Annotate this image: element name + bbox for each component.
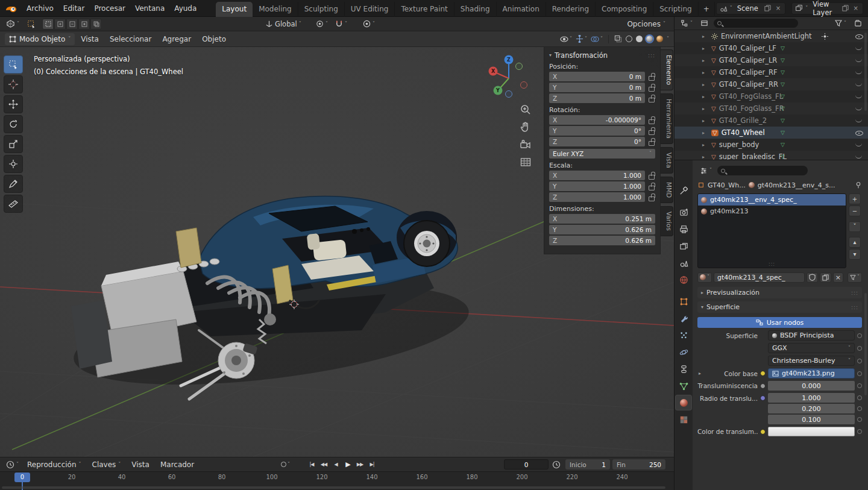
outliner-item[interactable]: ▸▽GT40_FogGlass_FL▽ xyxy=(675,90,868,102)
lock-icon[interactable] xyxy=(649,84,655,91)
marker-menu[interactable]: Marcador xyxy=(156,459,199,471)
blender-logo-icon[interactable] xyxy=(5,4,17,13)
item-name[interactable]: GT40_Wheel xyxy=(722,128,765,137)
item-name[interactable]: EnvironmentAmbientLight xyxy=(721,32,812,40)
select-mode-invert-button[interactable] xyxy=(78,19,90,30)
timeline-view-menu[interactable]: Vista xyxy=(127,459,154,471)
pivot-point-dropdown[interactable]: ˅ xyxy=(316,20,328,28)
item-name[interactable]: GT40_FogGlass_FL xyxy=(719,92,783,101)
properties-tab-texture[interactable] xyxy=(676,412,691,427)
item-name[interactable]: GT40_Caliper_LF xyxy=(719,44,776,52)
rotation-y-field[interactable]: Y0° xyxy=(549,126,645,136)
sun-icon[interactable] xyxy=(822,33,828,40)
sidebar-tab-vista[interactable]: Vista xyxy=(661,147,673,174)
properties-tab-scene[interactable] xyxy=(676,256,691,270)
gizmo-x-label[interactable]: X xyxy=(491,69,495,74)
browse-material-button[interactable]: ˅ xyxy=(697,272,712,283)
visibility-eye-icon[interactable] xyxy=(855,92,863,101)
scale-x-field[interactable]: X1.000 xyxy=(549,171,645,180)
camera-view-icon[interactable] xyxy=(520,139,532,151)
select-mode-set-button[interactable] xyxy=(42,19,54,30)
link-material-dropdown[interactable]: ˅ xyxy=(848,272,862,283)
close-view-layer-icon[interactable]: × xyxy=(852,5,860,11)
visibility-eye-icon[interactable] xyxy=(855,116,863,125)
position-z-field[interactable]: Z0 m xyxy=(549,93,645,103)
lock-icon[interactable] xyxy=(649,193,655,201)
timeline-scrollbar[interactable] xyxy=(2,486,665,489)
jump-to-start-button[interactable]: |◀ xyxy=(306,460,317,470)
add-slot-button[interactable]: + xyxy=(849,193,861,204)
menu-objeto[interactable]: Objeto xyxy=(197,33,231,45)
menu-ayuda[interactable]: Ayuda xyxy=(169,2,201,14)
use-nodes-button[interactable]: Usar nodos xyxy=(697,317,862,328)
menu-vista[interactable]: Vista xyxy=(76,33,104,45)
navigation-gizmo[interactable]: Z X Y xyxy=(486,52,532,98)
toggle-ortho-icon[interactable] xyxy=(520,156,532,168)
move-slot-up-button[interactable]: ▴ xyxy=(849,237,861,248)
scene-selector[interactable]: ˅ Scene × xyxy=(716,2,785,14)
move-slot-down-button[interactable]: ▾ xyxy=(849,249,861,260)
gizmo-z-label[interactable]: Z xyxy=(507,57,511,63)
menu-seleccionar[interactable]: Seleccionar xyxy=(105,33,156,45)
item-name[interactable]: GT40_Caliper_RF xyxy=(719,68,778,77)
options-dropdown[interactable]: Opciones ˅ xyxy=(627,20,665,28)
zoom-icon[interactable] xyxy=(520,104,532,116)
menu-procesar[interactable]: Procesar xyxy=(89,2,130,14)
item-name[interactable]: GT40_FogGlass_FR xyxy=(719,104,784,113)
properties-tab-object[interactable] xyxy=(676,294,691,309)
list-grip-icon[interactable]: ::: xyxy=(769,262,775,267)
radius-z-field[interactable]: 0.100 xyxy=(768,415,855,424)
workspace-tab-uvediting[interactable]: UV Editing xyxy=(345,2,395,17)
radius-y-field[interactable]: 0.200 xyxy=(768,404,855,413)
outliner-item[interactable]: ▸▽super_brakedisc_FL▽ xyxy=(675,151,868,160)
next-keyframe-button[interactable]: ▶▶ xyxy=(354,460,365,470)
breadcrumb-material[interactable]: gt40mk213__env_4_s... xyxy=(758,181,835,189)
new-scene-icon[interactable] xyxy=(763,5,772,11)
measure-tool[interactable] xyxy=(4,195,23,213)
panel-grip-icon[interactable]: ::: xyxy=(648,52,655,58)
outliner-item[interactable]: ▸▽GT40_Grille_2▽ xyxy=(675,115,868,127)
item-name[interactable]: super_body xyxy=(719,140,760,149)
sidebar-tab-mmd[interactable]: MMD xyxy=(661,177,673,203)
properties-tab-output[interactable] xyxy=(676,222,691,236)
visibility-eye-icon[interactable] xyxy=(855,128,863,137)
overlays-dropdown[interactable]: ˅ xyxy=(591,36,603,43)
new-collection-button[interactable] xyxy=(852,18,864,28)
menu-editar[interactable]: Editar xyxy=(58,2,90,14)
keys-menu[interactable]: Claves˅ xyxy=(87,459,126,471)
workspace-tab-shading[interactable]: Shading xyxy=(454,2,497,17)
annotate-tool[interactable] xyxy=(4,175,23,193)
expand-icon[interactable]: ▸ xyxy=(702,34,708,39)
preview-panel-header[interactable]: ▸ Previsualización ::: xyxy=(697,287,862,298)
workspace-tab-modeling[interactable]: Modeling xyxy=(253,2,298,17)
pin-icon[interactable] xyxy=(855,181,862,189)
object-visibility-dropdown[interactable]: ˅ xyxy=(560,36,572,42)
select-mode-extend-button[interactable] xyxy=(54,19,66,30)
shading-solid-button[interactable] xyxy=(636,36,643,42)
decorator-icon[interactable] xyxy=(857,429,862,434)
outliner-scrollbar[interactable] xyxy=(864,33,867,111)
rotation-mode-dropdown[interactable]: Euler XYZ˅ xyxy=(549,149,655,159)
material-slot-selected[interactable]: gt40mk213__env_4_spec_ xyxy=(698,194,846,206)
prev-frame-button[interactable]: ◀ xyxy=(330,460,341,470)
properties-tab-view-layer[interactable] xyxy=(676,239,691,253)
surface-panel-header[interactable]: ▾ Superficie ::: xyxy=(697,301,862,313)
expand-icon[interactable]: ▸ xyxy=(699,371,701,376)
workspace-tab-sculpting[interactable]: Sculpting xyxy=(298,2,345,17)
play-button[interactable]: ▶ xyxy=(342,460,353,470)
select-mode-intersect-button[interactable] xyxy=(90,19,102,30)
outliner-item[interactable]: ▸▽GT40_Caliper_RR▽ xyxy=(675,78,868,90)
item-name[interactable]: GT40_Caliper_RR xyxy=(719,80,778,89)
properties-tab-world[interactable] xyxy=(676,272,691,287)
lock-icon[interactable] xyxy=(649,183,655,190)
frame-end-field[interactable]: Fin250 xyxy=(612,459,665,470)
properties-tab-particles[interactable] xyxy=(676,328,691,342)
collapse-panel-icon[interactable]: ▾ xyxy=(549,53,552,58)
outliner-item[interactable]: ▸▽GT40_FogGlass_FR▽ xyxy=(675,102,868,115)
active-tool-icon[interactable] xyxy=(24,18,39,30)
workspace-tab-rendering[interactable]: Rendering xyxy=(546,2,596,17)
lock-icon[interactable] xyxy=(649,138,655,145)
frame-start-field[interactable]: Inicio1 xyxy=(565,459,610,470)
properties-tab-physics[interactable] xyxy=(676,345,691,359)
playback-menu[interactable]: Reproducción˅ xyxy=(22,459,86,471)
